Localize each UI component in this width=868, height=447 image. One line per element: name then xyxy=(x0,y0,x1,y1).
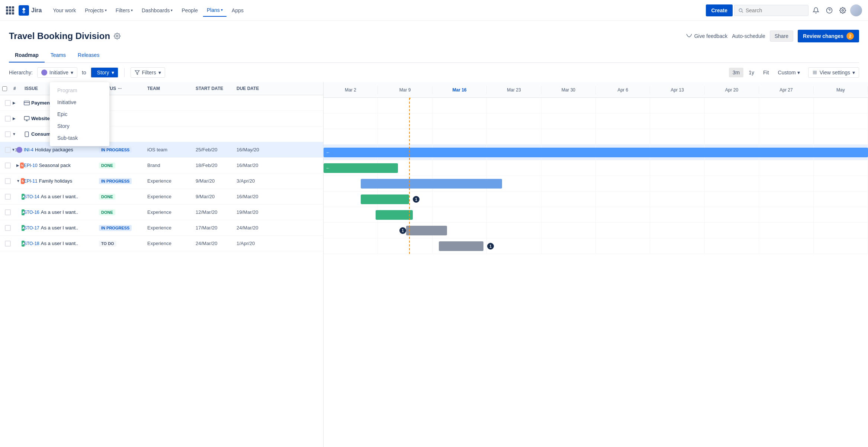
nav-people[interactable]: People xyxy=(178,4,202,16)
top-navigation: Jira Your work Projects ▾ Filters ▾ Dash… xyxy=(0,0,868,21)
bar-arrow-icon: ← xyxy=(326,165,330,171)
svg-point-12 xyxy=(121,88,122,89)
settings-button[interactable] xyxy=(837,4,849,16)
page-settings-icon[interactable] xyxy=(114,33,120,39)
gantt-bar-sto14[interactable] xyxy=(361,194,409,204)
search-box[interactable] xyxy=(734,5,808,16)
gantt-bar-ini4[interactable]: ← xyxy=(324,148,868,157)
gantt-bar-epi10[interactable]: ← xyxy=(324,163,398,173)
gantt-row xyxy=(324,98,868,113)
gantt-bar-sto16[interactable] xyxy=(376,210,413,220)
tab-roadmap[interactable]: Roadmap xyxy=(9,48,45,62)
custom-chevron-icon: ▾ xyxy=(797,70,800,75)
issue-cell: STO-18 As a user I want.. xyxy=(22,241,97,246)
apps-grid-icon[interactable] xyxy=(6,6,14,15)
nav-apps[interactable]: Apps xyxy=(228,4,247,16)
user-avatar[interactable] xyxy=(850,4,862,16)
gantt-col-apr27: Apr 27 xyxy=(759,86,813,94)
hierarchy-from-button[interactable]: Initiative ▾ xyxy=(37,67,77,78)
nav-your-work[interactable]: Your work xyxy=(49,4,80,16)
gantt-bar-sto18[interactable] xyxy=(439,241,483,251)
gantt-rows: ← ← xyxy=(324,98,868,254)
table-row: ▼ Consumer App xyxy=(0,126,323,142)
share-button[interactable]: Share xyxy=(770,30,793,42)
fields-more-icon[interactable] xyxy=(118,86,122,91)
row-checkbox[interactable] xyxy=(5,131,11,137)
expand-button[interactable]: ▶ xyxy=(11,100,17,106)
gantt-col-mar23: Mar 23 xyxy=(487,86,541,94)
nav-dashboards[interactable]: Dashboards ▾ xyxy=(138,4,177,16)
gear-icon xyxy=(839,7,846,14)
svg-point-11 xyxy=(118,88,119,89)
nav-filters[interactable]: Filters ▾ xyxy=(112,4,136,16)
dropdown-item-subtask[interactable]: Sub-task xyxy=(50,132,109,144)
time-1y-button[interactable]: 1y xyxy=(745,68,758,77)
autoschedule-button[interactable]: Auto-schedule xyxy=(732,33,765,39)
plans-chevron-icon: ▾ xyxy=(221,8,223,12)
filters-button[interactable]: Filters ▾ xyxy=(131,67,165,78)
gantt-bar-epi11[interactable] xyxy=(361,179,502,189)
feedback-button[interactable]: Give feedback xyxy=(686,33,728,39)
tab-releases[interactable]: Releases xyxy=(72,48,105,62)
gantt-row-epi10: ← xyxy=(324,160,868,176)
expand-button[interactable]: ▼ xyxy=(11,147,16,153)
view-settings-icon xyxy=(812,70,817,75)
mobile-icon xyxy=(24,131,30,137)
create-button[interactable]: Create xyxy=(706,4,733,16)
toolbar-divider xyxy=(124,68,125,77)
notifications-button[interactable] xyxy=(810,4,822,16)
table-row: STO-16 As a user I want.. DONE Experienc… xyxy=(0,205,323,220)
story-badge-sto17-left: 1 xyxy=(399,227,406,234)
expand-button[interactable]: ▶ xyxy=(11,116,17,122)
gantt-header: Mar 2 Mar 9 Mar 16 Mar 23 Mar 30 Apr 6 A… xyxy=(324,82,868,98)
gantt-bar-sto17[interactable] xyxy=(406,226,447,235)
monitor-icon xyxy=(24,116,30,122)
gantt-col-mar9: Mar 9 xyxy=(378,86,432,94)
gantt-row xyxy=(324,113,868,129)
row-checkbox[interactable] xyxy=(5,241,11,247)
custom-button[interactable]: Custom ▾ xyxy=(774,68,804,77)
dashboards-chevron-icon: ▾ xyxy=(171,8,173,12)
review-changes-button[interactable]: Review changes 2 xyxy=(798,30,859,42)
row-checkbox[interactable] xyxy=(5,116,11,122)
row-checkbox[interactable] xyxy=(5,225,11,231)
nav-plans[interactable]: Plans ▾ xyxy=(203,4,226,17)
bar-arrow-icon: ← xyxy=(326,150,330,155)
gantt-row-sto18: 1 xyxy=(324,238,868,254)
row-checkbox[interactable] xyxy=(5,147,11,153)
status-badge: DONE xyxy=(99,163,115,168)
row-checkbox[interactable] xyxy=(5,100,11,106)
initiative-icon xyxy=(41,70,47,75)
hierarchy-to-button[interactable]: Story ▾ xyxy=(91,67,118,78)
help-button[interactable] xyxy=(823,4,835,16)
row-checkbox[interactable] xyxy=(5,209,11,215)
search-input[interactable] xyxy=(746,7,794,13)
select-all-checkbox[interactable] xyxy=(2,86,7,91)
gantt-col-apr13: Apr 13 xyxy=(650,86,704,94)
gantt-row-sto16 xyxy=(324,207,868,223)
view-settings-button[interactable]: View settings ▾ xyxy=(808,67,859,78)
time-3m-button[interactable]: 3m xyxy=(729,68,743,77)
table-row: ▶ Website Experience xyxy=(0,111,323,126)
review-changes-badge: 2 xyxy=(846,32,854,40)
jira-logo[interactable]: Jira xyxy=(19,5,42,16)
expand-button[interactable]: ▼ xyxy=(16,178,20,184)
nav-projects[interactable]: Projects ▾ xyxy=(81,4,110,16)
hierarchy-dropdown: Program Initiative Epic Story Sub-task xyxy=(50,82,109,146)
expand-button[interactable]: ▼ xyxy=(11,131,17,137)
initiative-chevron-icon: ▾ xyxy=(71,70,73,75)
dropdown-item-initiative[interactable]: Initiative xyxy=(50,96,109,108)
expand-button[interactable]: ▶ xyxy=(16,163,19,168)
svg-point-0 xyxy=(739,9,742,12)
status-badge: DONE xyxy=(99,194,115,200)
dropdown-item-epic[interactable]: Epic xyxy=(50,108,109,120)
team-column-header: Team xyxy=(145,84,193,93)
row-checkbox[interactable] xyxy=(5,194,11,200)
tab-teams[interactable]: Teams xyxy=(45,48,72,62)
svg-line-1 xyxy=(742,11,743,12)
dropdown-item-story[interactable]: Story xyxy=(50,120,109,132)
time-fit-button[interactable]: Fit xyxy=(759,68,773,77)
row-checkbox[interactable] xyxy=(5,178,11,184)
row-checkbox[interactable] xyxy=(5,163,11,168)
svg-rect-15 xyxy=(24,116,29,120)
